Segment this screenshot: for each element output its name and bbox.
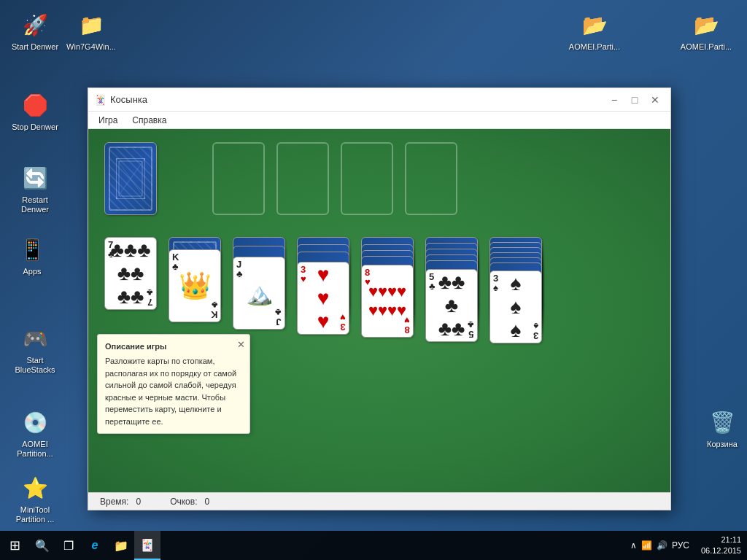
card-rank-br-4: 3♥ <box>340 313 346 332</box>
card-center-4: ♥♥♥ <box>317 263 330 333</box>
card-center-7: ♠♠♠ <box>511 272 522 342</box>
win7g4win-label: Win7G4Win... <box>65 42 117 52</box>
foundation-1[interactable] <box>212 142 265 215</box>
foundation-4[interactable] <box>405 142 457 215</box>
icon-restart-denwer[interactable]: 🔄 Restart Denwer <box>6 160 64 217</box>
bluestacks-label: Start BlueStacks <box>9 356 61 375</box>
restart-denwer-label: Restart Denwer <box>9 195 61 214</box>
card-center-6: ♣♣♣♣♣ <box>438 271 465 341</box>
icon-apps[interactable]: 📱 Apps <box>3 232 61 279</box>
icon-aomei-partition[interactable]: 💿 AOMEI Partition... <box>6 405 64 462</box>
clock-time: 21:11 <box>701 534 741 545</box>
solitaire-window: 🃏 Косынка − □ ✕ Игра Справка <box>88 88 671 510</box>
win7g4win-icon: 📁 <box>77 10 106 39</box>
taskbar-clock[interactable]: 21:11 06.12.2015 <box>695 534 747 557</box>
tableau-col-2[interactable]: K♣ 👑 K♣ <box>169 249 221 322</box>
apps-icon: 📱 <box>18 235 47 264</box>
tableau-col-7[interactable]: 3♠ ♠♠♠ 3♠ <box>489 271 542 343</box>
tableau-col-3[interactable]: J♣ 🏔️ J♣ <box>233 257 285 330</box>
card-rank-4: 3♥ <box>301 265 306 284</box>
menubar: Игра Справка <box>88 112 670 129</box>
tooltip-title: Описание игры <box>105 341 242 353</box>
maximize-button[interactable]: □ <box>625 90 644 109</box>
clock-date: 06.12.2015 <box>701 545 741 556</box>
status-bar: Время: 0 Очков: 0 <box>88 492 670 510</box>
solitaire-taskbar-button[interactable]: 🃏 <box>134 531 160 560</box>
tableau-col-1[interactable]: 7♣ ♣♣♣♣♣♣♣ 7♣ <box>104 237 157 310</box>
card-rank-br-6: 5♣ <box>468 320 474 339</box>
card-back-pattern <box>109 147 152 211</box>
restart-denwer-icon: 🔄 <box>20 163 50 192</box>
time-label: Время: 0 <box>100 497 141 507</box>
stop-denwer-icon: 🛑 <box>20 90 50 120</box>
apps-label: Apps <box>6 267 58 276</box>
tray-volume[interactable]: 🔊 <box>657 540 667 551</box>
tray-language[interactable]: РУС <box>672 540 689 551</box>
tableau-col-4[interactable]: 3♥ ♥♥♥ 3♥ <box>297 262 349 335</box>
tray-network[interactable]: 📶 <box>641 540 652 551</box>
tooltip-box: Описание игры ✕ Разложите карты по стопк… <box>97 334 250 435</box>
stock-card[interactable] <box>104 142 157 215</box>
tableau-col-6[interactable]: 5♣ ♣♣♣♣♣ 5♣ <box>425 269 478 342</box>
stop-denwer-label: Stop Denwer <box>9 122 61 132</box>
icon-stop-denwer[interactable]: 🛑 Stop Denwer <box>6 88 64 135</box>
card-rank-br-7: 3♠ <box>533 322 538 341</box>
card-rank-5: 8♥ <box>365 268 371 287</box>
minitool-icon: ⭐ <box>20 473 50 502</box>
aomei-partition-icon: 💿 <box>20 408 50 437</box>
desktop: 🚀 Start Denwer 📁 Win7G4Win... 📂 AOMEI.Pa… <box>0 0 747 560</box>
icon-start-denwer[interactable]: 🚀 Start Denwer <box>6 7 64 55</box>
aomei-2-icon: 📂 <box>692 10 721 39</box>
card-rank-1: 7♣ <box>108 240 115 259</box>
minitool-label: MiniTool Partition ... <box>9 505 61 524</box>
recycle-bin-icon: 🗑️ <box>708 408 737 437</box>
window-icon: 🃏 <box>94 94 106 106</box>
icon-recycle-bin[interactable]: 🗑️ Корзина <box>693 405 747 452</box>
card-center-5: ♥♥♥♥♥♥♥♥ <box>368 282 406 320</box>
card-rank-br-5: 8♥ <box>404 316 410 335</box>
start-denwer-label: Start Denwer <box>9 42 61 52</box>
card-rank-br-1: 7♣ <box>147 288 153 307</box>
minimize-button[interactable]: − <box>605 90 624 109</box>
start-button[interactable]: ⊞ <box>0 531 29 560</box>
bluestacks-icon: 🎮 <box>20 324 50 353</box>
icon-minitool[interactable]: ⭐ MiniTool Partition ... <box>6 470 64 527</box>
task-view-button[interactable]: ❐ <box>55 531 82 560</box>
tableau-col-5[interactable]: 8♥ ♥♥♥♥♥♥♥♥ 8♥ <box>361 265 414 338</box>
window-title: Косынка <box>110 94 605 105</box>
card-center-1: ♣♣♣♣♣♣♣ <box>110 238 150 308</box>
score-label: Очков: 0 <box>170 497 209 507</box>
tooltip-text: Разложите карты по стопкам, располагая и… <box>105 355 242 427</box>
aomei-partition-label: AOMEI Partition... <box>9 440 61 459</box>
tooltip-close-button[interactable]: ✕ <box>237 338 245 352</box>
aomei-1-label: AOMEI.Parti... <box>568 42 621 52</box>
search-button[interactable]: 🔍 <box>29 531 55 560</box>
taskbar: ⊞ 🔍 ❐ e 📁 🃏 ∧ 📶 🔊 РУС 21:11 06.12.2015 <box>0 531 747 560</box>
start-denwer-icon: 🚀 <box>20 10 50 39</box>
explorer-button[interactable]: 📁 <box>108 531 134 560</box>
card-back-svg <box>116 158 145 199</box>
titlebar[interactable]: 🃏 Косынка − □ ✕ <box>88 88 670 112</box>
icon-aomei-2[interactable]: 📂 AOMEI.Parti... <box>677 7 735 55</box>
menu-game[interactable]: Игра <box>91 114 125 127</box>
window-controls: − □ ✕ <box>605 90 665 109</box>
edge-button[interactable]: e <box>82 531 108 560</box>
card-rank-br-3: J♣ <box>275 308 282 327</box>
icon-bluestacks[interactable]: 🎮 Start BlueStacks <box>6 321 64 378</box>
system-tray: ∧ 📶 🔊 РУС <box>624 540 695 551</box>
game-area: 7♣ ♣♣♣♣♣♣♣ 7♣ K♣ 👑 K♣ J♣ 🏔️ <box>88 129 670 492</box>
card-rank-7: 3♠ <box>493 273 498 292</box>
foundation-2[interactable] <box>276 142 329 215</box>
card-rank-6: 5♣ <box>429 272 436 291</box>
card-rank-br-2: K♣ <box>211 300 217 319</box>
aomei-2-label: AOMEI.Parti... <box>680 42 732 52</box>
recycle-bin-label: Корзина <box>696 440 747 449</box>
icon-aomei-1[interactable]: 📂 AOMEI.Parti... <box>565 7 624 55</box>
icon-win7g4win[interactable]: 📁 Win7G4Win... <box>62 7 120 55</box>
aomei-1-icon: 📂 <box>580 10 609 39</box>
menu-help[interactable]: Справка <box>125 114 174 127</box>
foundation-3[interactable] <box>341 142 393 215</box>
close-button[interactable]: ✕ <box>646 90 665 109</box>
tray-arrow[interactable]: ∧ <box>630 540 637 551</box>
